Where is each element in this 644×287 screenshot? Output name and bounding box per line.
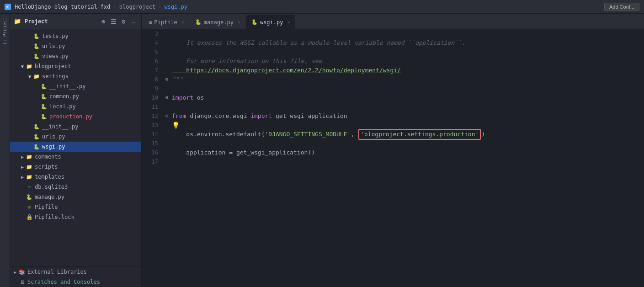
breadcrumb-sep2: › (158, 4, 161, 10)
breadcrumb-sep1: › (113, 4, 117, 10)
tree-item-pipfile[interactable]: ≋ Pipfile (10, 202, 141, 212)
title-bar: ▶ HelloDjango-blog-tutorial-fxd › blogpr… (0, 0, 644, 14)
tree-item-manage-py[interactable]: 🐍 manage.py (10, 192, 141, 202)
breadcrumb-project: HelloDjango-blog-tutorial-fxd (15, 4, 111, 10)
code-line-13: 💡 (165, 121, 644, 130)
tree-item-urls-py-top[interactable]: 🐍 urls.py (10, 41, 141, 51)
sidebar-vertical: 1: Project (0, 14, 10, 287)
py-tab-icon-wsgi: 🐍 (251, 19, 258, 25)
pipfile-icon: ≋ (26, 203, 33, 211)
libraries-icon: 📚 (18, 268, 26, 276)
code-line-9 (165, 84, 644, 93)
code-line-10: ⊖ import os (165, 93, 644, 102)
breadcrumb-file: wsgi.py (164, 4, 187, 10)
tree-item-comments[interactable]: ▶ 📁 comments (10, 152, 141, 162)
breadcrumb-subdir: blogproject (119, 4, 155, 10)
tree-item-init-blogproject[interactable]: 🐍 __init__.py (10, 122, 141, 132)
tree-item-external-libraries[interactable]: ▶ 📚 External Libraries (10, 267, 141, 277)
code-line-12: ⊖ from django.core.wsgi import get_wsgi_… (165, 112, 644, 121)
add-configuration-button[interactable]: Add Conf... (604, 3, 639, 11)
tree-item-production-py[interactable]: 🐍 production.py (10, 112, 141, 122)
tree-item-tests-py[interactable]: 🐍 tests.py (10, 31, 141, 41)
code-line-4: It exposes the WSGI callable as a module… (165, 38, 644, 48)
bulb-icon[interactable]: 💡 (172, 121, 180, 130)
code-line-14: os.environ.setdefault( 'DJANGO_SETTINGS_… (165, 130, 644, 139)
folder-icon: 📁 (26, 63, 33, 70)
panel-icons: ⊕ ☰ ⚙ — (99, 17, 138, 26)
py-icon: 🐍 (33, 43, 40, 50)
tree-item-templates[interactable]: ▶ 📁 templates (10, 172, 141, 182)
py-icon: 🐍 (40, 103, 48, 110)
db-icon: ≡ (26, 183, 33, 191)
tree-item-settings[interactable]: ▼ 📁 settings (10, 71, 141, 81)
py-icon: 🐍 (33, 133, 40, 140)
tree-item-db-sqlite3[interactable]: ≡ db.sqlite3 (10, 182, 141, 192)
lock-icon: 🔒 (26, 213, 33, 221)
tree-item-wsgi-py[interactable]: 🐍 wsgi.py (10, 142, 141, 152)
tab-manage-py[interactable]: 🐍 manage.py ✕ (190, 15, 245, 29)
breadcrumb: ▶ HelloDjango-blog-tutorial-fxd › blogpr… (5, 4, 187, 10)
tree-item-init-settings[interactable]: 🐍 __init__.py (10, 81, 141, 91)
tab-pipfile[interactable]: ≋ Pipfile ✕ (144, 15, 189, 29)
code-line-7: https://docs.djangoproject.com/en/2.2/ho… (165, 66, 644, 75)
fold-arrow: ⊖ (165, 93, 172, 102)
tree-item-pipfile-lock[interactable]: 🔒 Pipfile.lock (10, 212, 141, 222)
highlighted-string: 'blogproject.settings.production' (358, 129, 481, 140)
py-icon: 🐍 (33, 32, 40, 40)
py-icon: 🐍 (33, 143, 40, 150)
code-editor[interactable]: It exposes the WSGI callable as a module… (162, 29, 644, 287)
list-icon[interactable]: ☰ (109, 17, 117, 26)
py-icon: 🐍 (40, 113, 48, 120)
pipfile-tab-icon: ≋ (149, 19, 152, 26)
tab-wsgi-py[interactable]: 🐍 wsgi.py ✕ (246, 15, 295, 29)
editor-area: 3 4 5 6 7 8 9 10 11 12 13 14 15 16 17 (142, 29, 644, 287)
project-panel-title: Project (25, 18, 48, 25)
py-icon: 🐍 (33, 123, 40, 130)
tab-label-manage-py: manage.py (204, 19, 234, 26)
py-icon: 🐍 (33, 53, 40, 60)
tab-close-wsgi-py[interactable]: ✕ (287, 20, 290, 25)
minimize-icon[interactable]: — (129, 17, 138, 26)
tree-item-views-py[interactable]: 🐍 views.py (10, 51, 141, 61)
tree-item-common-py[interactable]: 🐍 common.py (10, 91, 141, 101)
py-icon: 🐍 (40, 93, 48, 100)
code-line-8: ⊖ """ (165, 75, 644, 84)
tree-item-urls-blogproject[interactable]: 🐍 urls.py (10, 132, 141, 142)
project-icon: ▶ (5, 4, 11, 10)
tree-item-blogproject[interactable]: ▼ 📁 blogproject (10, 61, 141, 71)
code-line-15 (165, 139, 644, 148)
folder-icon: 📁 (26, 163, 33, 170)
editor-container: ≋ Pipfile ✕ 🐍 manage.py ✕ 🐍 wsgi.py ✕ 3 … (142, 14, 644, 287)
folder-icon: 📁 (14, 18, 21, 25)
code-line-3 (165, 29, 644, 38)
tree-item-scratches-consoles[interactable]: 🖥 Scratches and Consoles (10, 277, 141, 287)
fold-arrow: ⊖ (165, 112, 172, 121)
line-numbers: 3 4 5 6 7 8 9 10 11 12 13 14 15 16 17 (142, 29, 162, 287)
tree-item-scripts[interactable]: ▶ 📁 scripts (10, 162, 141, 172)
folder-icon: 📁 (33, 73, 40, 80)
add-icon[interactable]: ⊕ (99, 17, 107, 26)
py-icon: 🐍 (26, 193, 33, 201)
py-tab-icon: 🐍 (195, 19, 202, 25)
tab-label-pipfile: Pipfile (154, 19, 177, 26)
tree-item-local-py[interactable]: 🐍 local.py (10, 101, 141, 112)
tab-close-pipfile[interactable]: ✕ (181, 20, 184, 25)
code-line-6: For more information on this file, see (165, 57, 644, 66)
project-panel: 📁 Project ⊕ ☰ ⚙ — 🐍 tests.py 🐍 (10, 14, 142, 287)
tab-label-wsgi-py: wsgi.py (260, 19, 283, 26)
code-line-17 (165, 157, 644, 166)
py-icon: 🐍 (40, 83, 48, 90)
settings-icon[interactable]: ⚙ (119, 17, 128, 26)
main-layout: 1: Project 📁 Project ⊕ ☰ ⚙ — 🐍 tests.py (0, 14, 644, 287)
fold-arrow: ⊖ (165, 75, 172, 84)
scratch-icon: 🖥 (18, 278, 26, 286)
tab-close-manage-py[interactable]: ✕ (238, 20, 240, 25)
folder-icon: 📁 (26, 173, 33, 181)
project-panel-header: 📁 Project ⊕ ☰ ⚙ — (10, 14, 141, 29)
code-line-5 (165, 48, 644, 57)
code-line-16: application = get_wsgi_application() (165, 148, 644, 157)
project-panel-tab[interactable]: 1: Project (2, 14, 7, 48)
file-tree: 🐍 tests.py 🐍 urls.py 🐍 views.py ▼ (10, 29, 141, 266)
tree-bottom-items: ▶ 📚 External Libraries 🖥 Scratches and C… (10, 266, 141, 287)
code-line-11 (165, 102, 644, 112)
